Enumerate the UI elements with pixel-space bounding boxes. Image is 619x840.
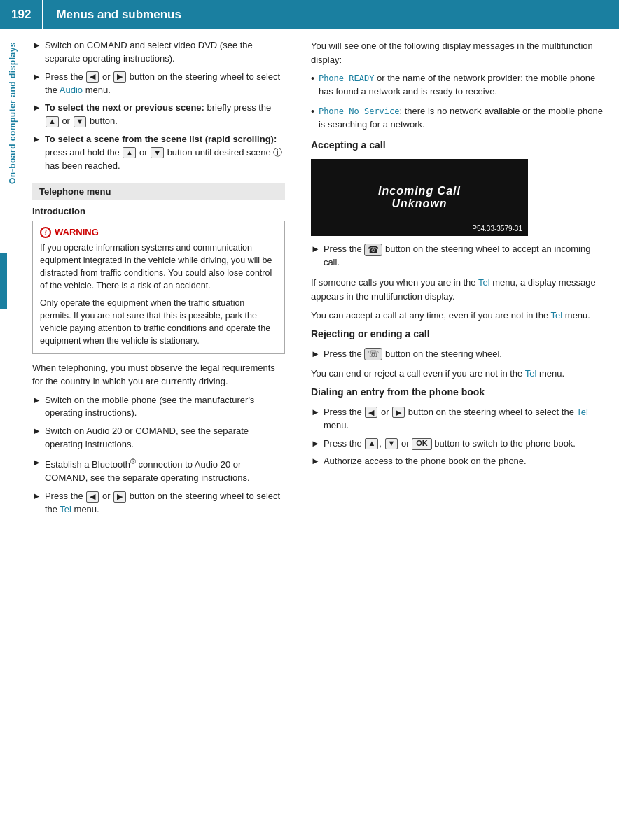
phone-ready-label: Phone READY — [319, 74, 374, 83]
accept-call-icon: ☎ — [364, 244, 382, 256]
accept-call-text: Press the ☎ button on the steering wheel… — [324, 243, 606, 270]
right-arrow-btn: ▶ — [113, 71, 126, 83]
left-column: ► Switch on COMAND and select video DVD … — [25, 29, 298, 840]
phone-display-ref: P54.33-3579-31 — [472, 225, 522, 232]
right-column: You will see one of the following displa… — [298, 29, 619, 840]
warning-title: ! WARNING — [40, 227, 277, 238]
phone-display-image: Incoming Call Unknown P54.33-3579-31 — [311, 159, 528, 236]
dialing-bullet-text-1: Press the ◀ or ▶ button on the steering … — [324, 406, 606, 433]
list-item: ► Press the ◀ or ▶ button on the steerin… — [32, 71, 285, 97]
phone-no-service-item: • Phone No Service: there is no network … — [311, 105, 606, 132]
sidebar-label: On-board computer and displays — [8, 42, 18, 184]
accept-para3: You can accept a call at any time, even … — [311, 309, 606, 323]
bullet-text: Switch on COMAND and select video DVD (s… — [45, 39, 285, 66]
telephone-menu-section-box: Telephone menu — [32, 183, 285, 200]
reject-call-bullet: ► Press the ☏ button on the steering whe… — [311, 348, 606, 361]
phone-no-service-label: Phone No Service — [319, 106, 400, 116]
bullet-arrow-icon: ► — [311, 438, 320, 449]
dialing-bullet-1: ► Press the ◀ or ▶ button on the steerin… — [311, 406, 606, 433]
phone-ready-item: • Phone READY or the name of the network… — [311, 72, 606, 99]
introduction-heading: Introduction — [32, 206, 285, 216]
bullet-arrow-icon: ► — [32, 134, 41, 144]
bullet-arrow-icon: ► — [32, 491, 41, 501]
bullet-arrow-icon: ► — [32, 102, 41, 113]
list-item: ► Switch on COMAND and select video DVD … — [32, 39, 285, 66]
bullet-text: To select the next or previous scene: br… — [45, 102, 285, 128]
warning-triangle-icon: ! — [40, 227, 51, 238]
bullet-arrow-icon: ► — [311, 456, 320, 466]
accepting-call-heading: Accepting a call — [311, 139, 606, 153]
page-title: Menus and submenus — [43, 8, 194, 22]
right-arrow-btn3: ▶ — [113, 491, 126, 503]
ok-btn: OK — [412, 438, 432, 450]
warning-label: WARNING — [55, 227, 99, 237]
sidebar: On-board computer and displays — [0, 29, 25, 840]
bullet-arrow-icon: ► — [32, 395, 41, 405]
down-arrow-btn2: ▼ — [151, 147, 164, 158]
bullet-text: Establish a Bluetooth® connection to Aud… — [45, 456, 285, 485]
down-arrow-btn: ▼ — [74, 116, 87, 127]
reject-call-text: Press the ☏ button on the steering wheel… — [324, 348, 502, 361]
warning-box: ! WARNING If you operate information sys… — [32, 220, 285, 354]
list-item: ► Establish a Bluetooth® connection to A… — [32, 456, 285, 485]
bullet-text: Switch on Audio 20 or COMAND, see the se… — [45, 425, 285, 451]
reject-para2: You can end or reject a call even if you… — [311, 367, 606, 381]
telephone-menu-label: Telephone menu — [39, 186, 111, 197]
when-telephoning-para: When telephoning, you must observe the l… — [32, 361, 285, 388]
down-arrow-btn3: ▼ — [385, 438, 398, 449]
list-item: ► To select the next or previous scene: … — [32, 102, 285, 128]
page-header: 192 Menus and submenus — [0, 0, 619, 29]
up-arrow-btn2: ▲ — [123, 147, 136, 158]
tel-label3: Tel — [525, 368, 537, 379]
bullet-text: Press the ◀ or ▶ button on the steering … — [45, 490, 285, 517]
up-arrow-btn: ▲ — [46, 116, 59, 127]
list-item: ► To select a scene from the scene list … — [32, 133, 285, 173]
main-content: ► Switch on COMAND and select video DVD … — [25, 29, 619, 840]
rejecting-call-heading: Rejecting or ending a call — [311, 328, 606, 342]
phone-no-service-text: Phone No Service: there is no network av… — [319, 105, 606, 132]
bullet-arrow-icon: ► — [32, 71, 41, 82]
dialing-bullet-text-2: Press the ▲, ▼ or OK button to switch to… — [324, 438, 576, 451]
bullet-arrow-icon: ► — [32, 426, 41, 436]
left-arrow-btn4: ◀ — [365, 407, 377, 418]
left-arrow-btn3: ◀ — [86, 491, 99, 503]
warning-para1: If you operate information systems and c… — [40, 241, 277, 293]
bullet-text: To select a scene from the scene list (r… — [45, 133, 285, 173]
tel-label1: Tel — [478, 277, 490, 288]
dialing-bullet-3: ► Authorize access to the phone book on … — [311, 455, 606, 468]
dialing-bullet-2: ► Press the ▲, ▼ or OK button to switch … — [311, 438, 606, 451]
bullet-arrow-icon: ► — [311, 244, 320, 254]
tel-label4: Tel — [576, 407, 588, 417]
bullet-dot-icon: • — [311, 73, 314, 84]
intro-para: You will see one of the following displa… — [311, 39, 606, 66]
accept-call-bullet: ► Press the ☎ button on the steering whe… — [311, 243, 606, 270]
bullet-dot-icon2: • — [311, 106, 314, 117]
warning-para2: Only operate the equipment when the traf… — [40, 297, 277, 348]
list-item: ► Switch on Audio 20 or COMAND, see the … — [32, 425, 285, 451]
phone-display-line1: Incoming Call — [378, 185, 461, 197]
right-arrow-btn4: ▶ — [392, 407, 405, 418]
page-body: On-board computer and displays ► Switch … — [0, 29, 619, 840]
dialing-bullet-text-3: Authorize access to the phone book on th… — [324, 455, 527, 468]
sidebar-blue-bar — [0, 253, 7, 309]
up-arrow-btn3: ▲ — [365, 438, 378, 449]
list-item: ► Press the ◀ or ▶ button on the steerin… — [32, 490, 285, 517]
tel-label2: Tel — [551, 310, 563, 321]
bullet-arrow-icon: ► — [311, 407, 320, 417]
reject-call-icon: ☏ — [364, 348, 382, 360]
left-arrow-btn: ◀ — [86, 71, 99, 83]
phone-ready-text: Phone READY or the name of the network p… — [319, 72, 606, 99]
bullet-arrow-icon: ► — [311, 349, 320, 359]
page-number: 192 — [0, 0, 43, 29]
bullet-text: Switch on the mobile phone (see the manu… — [45, 394, 285, 421]
bullet-text: Press the ◀ or ▶ button on the steering … — [45, 71, 285, 97]
dialing-heading: Dialing an entry from the phone book — [311, 386, 606, 400]
list-item: ► Switch on the mobile phone (see the ma… — [32, 394, 285, 421]
phone-display-line2: Unknown — [392, 197, 447, 210]
accept-para2: If someone calls you when you are in the… — [311, 276, 606, 303]
bullet-arrow-icon: ► — [32, 457, 41, 468]
bullet-arrow-icon: ► — [32, 40, 41, 50]
